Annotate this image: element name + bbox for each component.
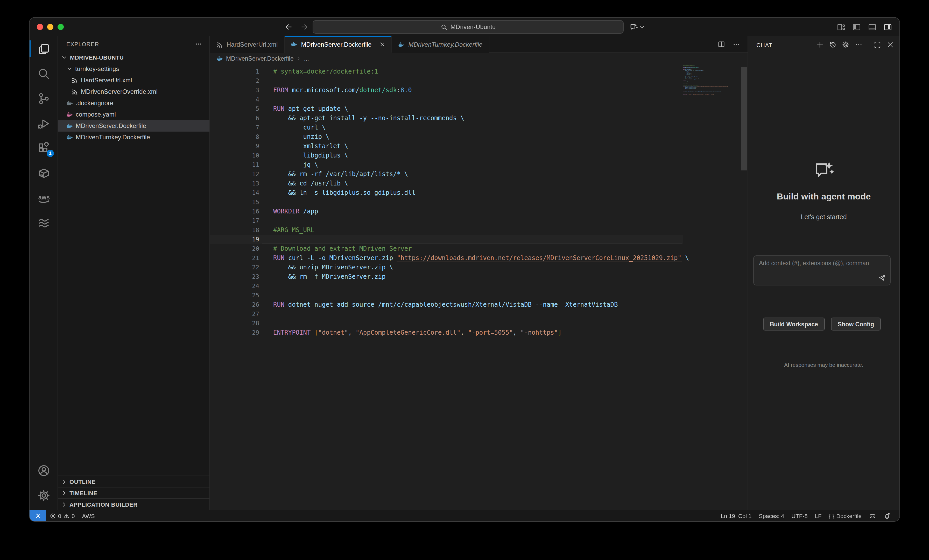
editor-scrollbar[interactable] [740, 64, 748, 510]
eol-status[interactable]: LF [811, 510, 825, 521]
code-line[interactable]: 6 && apt-get install -y --no-install-rec… [210, 113, 683, 123]
language-status[interactable]: { }Dockerfile [825, 510, 865, 521]
code-line[interactable]: 8 unzip \ [210, 132, 683, 141]
forward-icon[interactable] [300, 23, 308, 31]
command-center-search[interactable]: MDriven-Ubuntu [313, 20, 624, 34]
sidebar-more-icon[interactable] [195, 40, 202, 47]
toggle-secondary-sidebar-icon[interactable] [883, 23, 892, 31]
show-config-button[interactable]: Show Config [831, 318, 881, 330]
code-line[interactable]: 20# Download and extract MDriven Server [210, 244, 683, 253]
configure-icon[interactable] [842, 41, 850, 49]
chat-input[interactable]: Add context (#), extensions (@), comman [753, 256, 891, 285]
zoom-window-button[interactable] [58, 24, 64, 30]
minimap[interactable]: # syntax=docker/dockerfile:1FROM mcr.mic… [683, 64, 740, 510]
editor-tab[interactable]: MDrivenTurnkey.Dockerfile [392, 36, 489, 53]
code-line[interactable]: 16WORKDIR /app [210, 207, 683, 216]
code-line[interactable]: 10 libgdiplus \ [210, 151, 683, 160]
close-window-button[interactable] [37, 24, 43, 30]
code-line[interactable]: 28 [210, 318, 683, 328]
code-line[interactable]: 9 xmlstarlet \ [210, 141, 683, 151]
activity-item-accounts[interactable] [29, 458, 58, 483]
code-line[interactable]: 19 [210, 235, 683, 244]
code-line[interactable]: 15 [210, 197, 683, 207]
toggle-primary-sidebar-icon[interactable] [852, 23, 861, 31]
notifications[interactable] [880, 510, 894, 521]
code-line[interactable]: 11 jq \ [210, 160, 683, 170]
copilot-status[interactable] [865, 510, 880, 521]
code-line[interactable]: 14 && ln -s libgdiplus.so gdiplus.dll [210, 188, 683, 197]
close-icon[interactable] [379, 41, 385, 47]
code-line[interactable]: 4 [210, 95, 683, 104]
sidebar-section-application-builder[interactable]: APPLICATION BUILDER [58, 498, 210, 510]
code-line[interactable]: 26RUN dotnet nuget add source /mnt/c/cap… [210, 300, 683, 309]
history-icon[interactable] [829, 41, 837, 49]
more-actions-icon[interactable] [733, 40, 740, 48]
build-workspace-button[interactable]: Build Workspace [763, 318, 825, 330]
editor-tab[interactable]: HardServerUrl.xml [210, 36, 284, 53]
toggle-panel-icon[interactable] [868, 23, 877, 31]
activity-item-source-control[interactable] [29, 86, 58, 111]
activity-item-run-debug[interactable] [29, 111, 58, 136]
editor-tab[interactable]: MDrivenServer.Dockerfile [284, 36, 392, 53]
code-line[interactable]: 17 [210, 216, 683, 225]
code-line[interactable]: 18#ARG MS_URL [210, 225, 683, 235]
code-line[interactable]: 7 curl \ [210, 123, 683, 132]
activity-item-settings[interactable] [29, 483, 58, 508]
tree-item[interactable]: MDrivenServer.Dockerfile [58, 120, 210, 132]
copilot-menu[interactable] [629, 18, 645, 36]
minimize-window-button[interactable] [47, 24, 54, 30]
code-line[interactable]: 24 [210, 281, 683, 291]
activity-item-docker[interactable] [29, 161, 58, 185]
activity-item-containers[interactable] [29, 210, 58, 235]
vscode-window: MDriven-Ubuntu 1aws EXPLORER MDRIVEN-UBU… [29, 18, 900, 521]
sidebar-section-outline[interactable]: OUTLINE [58, 476, 210, 487]
tree-item[interactable]: MDRIVEN-UBUNTU [58, 52, 210, 63]
activity-item-explorer[interactable] [29, 36, 58, 61]
aws-status[interactable]: AWS [78, 510, 98, 521]
code-editor[interactable]: 1# syntax=docker/dockerfile:123FROM mcr.… [210, 64, 748, 510]
cursor-position[interactable]: Ln 19, Col 1 [717, 510, 755, 521]
code-line[interactable]: 3FROM mcr.microsoft.com/dotnet/sdk:8.0 [210, 86, 683, 95]
breadcrumb[interactable]: MDrivenServer.Dockerfile ... [210, 53, 748, 64]
code-line[interactable]: 12 && rm -rf /var/lib/apt/lists/* \ [210, 170, 683, 179]
chevron-right-icon [61, 490, 67, 496]
maximize-icon[interactable] [874, 41, 881, 49]
tree-item[interactable]: .dockerignore [58, 97, 210, 109]
code-line[interactable]: 2 [210, 76, 683, 86]
code-line[interactable]: 1# syntax=docker/dockerfile:1 [210, 67, 683, 76]
code-line[interactable]: 13 && cd /usr/lib \ [210, 179, 683, 188]
sidebar-section-label: TIMELINE [69, 490, 97, 496]
tree-item[interactable]: MDrivenTurnkey.Dockerfile [58, 132, 210, 143]
chevron-down-icon [639, 24, 645, 30]
tree-item[interactable]: HardServerUrl.xml [58, 75, 210, 86]
back-icon[interactable] [285, 23, 293, 31]
sidebar-section-timeline[interactable]: TIMELINE [58, 487, 210, 498]
send-icon[interactable] [878, 274, 886, 282]
tree-item[interactable]: compose.yaml [58, 109, 210, 120]
breadcrumb-symbol[interactable]: ... [304, 55, 309, 62]
code-line[interactable]: 5RUN apt-get update \ [210, 104, 683, 113]
indentation-status[interactable]: Spaces: 4 [755, 510, 788, 521]
problems-status[interactable]: 0 0 [46, 510, 78, 521]
new-chat-icon[interactable] [816, 41, 824, 49]
code-line[interactable]: 21RUN curl -L -o MDrivenServer.zip "http… [210, 253, 683, 263]
split-editor-icon[interactable] [717, 40, 725, 48]
code-line[interactable]: 27 [210, 309, 683, 318]
activity-item-extensions[interactable]: 1 [29, 136, 58, 161]
more-icon[interactable] [855, 41, 863, 49]
encoding-status[interactable]: UTF-8 [788, 510, 811, 521]
activity-item-aws[interactable]: aws [29, 185, 58, 210]
tree-item[interactable]: turnkey-settings [58, 63, 210, 75]
breadcrumb-file[interactable]: MDrivenServer.Dockerfile [226, 55, 294, 62]
activity-item-search[interactable] [29, 61, 58, 86]
code-line[interactable]: 29ENTRYPOINT ["dotnet", "AppCompleteGene… [210, 328, 683, 337]
remote-indicator[interactable] [29, 510, 46, 521]
customize-layout-icon[interactable] [837, 23, 846, 31]
tab-chat[interactable]: CHAT [756, 37, 772, 54]
close-icon[interactable] [886, 41, 894, 49]
tree-item[interactable]: MDrivenServerOverride.xml [58, 86, 210, 97]
code-line[interactable]: 25 [210, 291, 683, 300]
line-number: 18 [210, 226, 259, 234]
code-line[interactable]: 23 && rm -f MDrivenServer.zip [210, 272, 683, 281]
code-line[interactable]: 22 && unzip MDrivenServer.zip \ [210, 263, 683, 272]
